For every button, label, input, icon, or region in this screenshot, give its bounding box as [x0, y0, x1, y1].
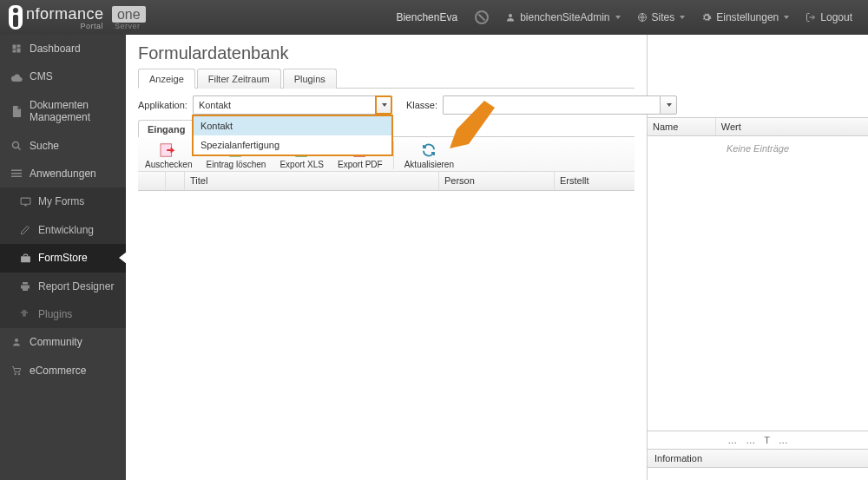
detail-tool-2[interactable]: … [746, 435, 755, 445]
menu-icon [10, 168, 23, 180]
sidebar-item-ecommerce[interactable]: eCommerce [0, 357, 126, 385]
gear-icon [700, 11, 713, 23]
grid-col-expand [166, 172, 185, 190]
subtab-eingang[interactable]: Eingang [138, 120, 194, 137]
screen-icon [19, 196, 31, 208]
dropdown-option-spezialanfertigung[interactable]: Spezialanfertigung [194, 135, 391, 155]
topbar-right: BienchenEva bienchenSiteAdmin Sites Eins… [387, 5, 859, 30]
detail-tool-3[interactable]: T [764, 435, 770, 445]
search-icon [10, 140, 23, 152]
applikation-dropdown-trigger[interactable] [375, 95, 392, 115]
grid-col-checkbox[interactable] [138, 172, 166, 190]
logout-button[interactable]: Logout [798, 6, 859, 29]
right-panel-footer: … … T … Information [648, 431, 868, 480]
dashboard-icon [10, 43, 23, 55]
klasse-label: Klasse: [406, 100, 437, 110]
svg-rect-3 [11, 170, 22, 172]
briefcase-icon [19, 252, 31, 264]
detail-col-name[interactable]: Name [648, 118, 716, 135]
grid-col-titel[interactable]: Titel [185, 172, 439, 190]
detail-grid-header: Name Wert [648, 117, 868, 136]
checkout-icon [157, 141, 180, 159]
sidebar: Dashboard CMS Dokumenten Management Such… [0, 35, 126, 480]
data-grid-header: Titel Person Erstellt [138, 172, 635, 191]
right-panel: Name Wert Keine Einträge … … T … Informa… [647, 35, 868, 480]
sidebar-item-dashboard[interactable]: Dashboard [0, 35, 126, 62]
detail-col-wert[interactable]: Wert [716, 118, 800, 135]
brand-text: nformance [26, 5, 104, 23]
logout-icon [805, 11, 817, 23]
information-section-header[interactable]: Information [648, 449, 868, 468]
grid-col-person[interactable]: Person [439, 172, 555, 190]
sidebar-item-plugins[interactable]: Plugins [0, 300, 126, 328]
svg-rect-5 [11, 176, 22, 178]
sites-menu[interactable]: Sites [629, 6, 693, 29]
svg-point-2 [13, 141, 19, 148]
sidebar-item-documents[interactable]: Dokumenten Management [0, 91, 126, 132]
edit-icon [19, 224, 31, 236]
cart-icon [10, 365, 23, 377]
sidebar-item-formstore[interactable]: FormStore [0, 244, 126, 272]
data-grid-body [138, 191, 635, 451]
detail-col-extra [800, 118, 868, 135]
sidebar-item-apps[interactable]: Anwendungen [0, 160, 126, 187]
main-tabs: Anzeige Filter Zeitraum Plugins [138, 69, 635, 89]
sidebar-item-community[interactable]: Community [0, 328, 126, 356]
tool-refresh[interactable]: Aktualisieren [398, 140, 461, 171]
settings-menu[interactable]: Einstellungen [694, 6, 796, 29]
caret-down-icon [680, 16, 685, 19]
plugin-icon [19, 308, 31, 320]
grid-col-erstellt[interactable]: Erstellt [555, 172, 635, 190]
sidebar-item-development[interactable]: Entwicklung [0, 216, 126, 244]
site-admin-menu[interactable]: bienchenSiteAdmin [497, 6, 627, 29]
block-button[interactable] [468, 5, 496, 30]
applikation-label: Applikation: [138, 100, 187, 110]
caret-down-icon [615, 16, 621, 19]
chevron-down-icon [667, 103, 672, 107]
brand-logo: nformance one Portal Server [9, 5, 146, 30]
klasse-combo[interactable] [443, 95, 677, 115]
sidebar-item-cms[interactable]: CMS [0, 62, 126, 90]
caret-down-icon [784, 16, 789, 19]
detail-tool-1[interactable]: … [727, 435, 737, 445]
tab-anzeige[interactable]: Anzeige [138, 69, 195, 89]
applikation-combo[interactable]: Kontakt Spezialanfertigung [193, 95, 392, 115]
cloud-icon [10, 71, 23, 83]
user-icon [504, 11, 516, 23]
block-icon [475, 10, 489, 24]
brand-icon [9, 5, 23, 30]
document-icon [10, 105, 23, 117]
current-user-label: BienchenEva [387, 11, 466, 23]
main: Formulardatenbank Anzeige Filter Zeitrau… [126, 35, 868, 480]
applikation-dropdown-list: Kontakt Spezialanfertigung [192, 115, 393, 156]
chevron-down-icon [382, 103, 387, 107]
klasse-input[interactable] [443, 95, 660, 115]
svg-point-8 [15, 339, 18, 342]
svg-point-10 [18, 373, 20, 375]
sidebar-item-myforms[interactable]: My Forms [0, 187, 126, 215]
applikation-input[interactable] [193, 95, 375, 115]
tool-auschecken[interactable]: Auschecken [138, 140, 199, 171]
topbar: nformance one Portal Server BienchenEva … [0, 0, 868, 35]
print-icon [19, 280, 31, 293]
sidebar-item-report-designer[interactable]: Report Designer [0, 273, 126, 300]
svg-point-0 [509, 14, 512, 17]
tab-filter-zeitraum[interactable]: Filter Zeitraum [197, 69, 281, 89]
dropdown-option-kontakt[interactable]: Kontakt [194, 116, 391, 135]
svg-point-9 [15, 373, 16, 375]
user-icon [10, 336, 23, 348]
content-area: Formulardatenbank Anzeige Filter Zeitrau… [126, 35, 647, 480]
klasse-dropdown-trigger[interactable] [660, 95, 677, 115]
globe-icon [636, 11, 648, 23]
refresh-icon [418, 141, 440, 159]
svg-rect-7 [21, 256, 30, 262]
brand-one: one [112, 6, 146, 23]
detail-tool-4[interactable]: … [779, 435, 788, 445]
page-title: Formulardatenbank [138, 43, 635, 63]
tab-plugins[interactable]: Plugins [283, 69, 337, 89]
detail-toolbar: … … T … [648, 431, 868, 449]
svg-rect-6 [21, 198, 30, 204]
detail-empty-text: Keine Einträge [648, 136, 868, 161]
svg-rect-4 [11, 173, 22, 174]
sidebar-item-search[interactable]: Suche [0, 132, 126, 160]
